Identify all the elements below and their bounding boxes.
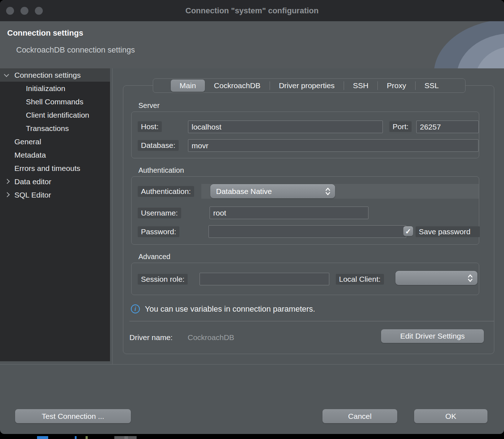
host-label: Host: xyxy=(138,121,162,132)
sidebar-item-initialization[interactable]: Initialization xyxy=(0,82,110,95)
database-input[interactable] xyxy=(188,139,478,152)
tab-proxy[interactable]: Proxy xyxy=(378,80,415,92)
password-label: Password: xyxy=(138,226,179,237)
sidebar-item-client-identification[interactable]: Client identification xyxy=(0,108,110,122)
authentication-label: Authentication: xyxy=(138,186,194,197)
host-input[interactable] xyxy=(188,121,383,133)
desktop-peek xyxy=(75,436,77,439)
sidebar-item-connection-settings[interactable]: Connection settings xyxy=(0,68,110,82)
username-input[interactable] xyxy=(210,207,368,219)
username-label: Username: xyxy=(138,208,181,218)
dialog-header: Connection settings CockroachDB connecti… xyxy=(0,21,504,68)
authentication-select-value: Database Native xyxy=(216,187,272,196)
authentication-section-label: Authentication xyxy=(138,166,184,175)
sidebar-item-label: SQL Editor xyxy=(14,191,51,199)
port-input[interactable] xyxy=(416,121,479,133)
authentication-select[interactable]: Database Native xyxy=(210,184,335,198)
advanced-section-label: Advanced xyxy=(138,253,170,261)
local-client-label: Local Client: xyxy=(336,274,384,285)
sidebar-item-label: Transactions xyxy=(26,124,69,132)
desktop-peek xyxy=(124,436,128,439)
window-title: Connection "system" configuration xyxy=(0,0,504,21)
driver-name-value: CockroachDB xyxy=(188,333,234,342)
sidebar-item-label: Metadata xyxy=(14,151,46,159)
tab-bar: MainCockroachDBDriver propertiesSSHProxy… xyxy=(153,78,466,93)
sidebar-divider xyxy=(112,68,113,364)
sidebar-item-label: Shell Commands xyxy=(26,98,83,106)
session-role-label: Session role: xyxy=(138,274,188,285)
dialog-window: Connection "system" configuration Connec… xyxy=(0,0,504,434)
page-subtitle: CockroachDB connection settings xyxy=(16,45,135,55)
sidebar-item-general[interactable]: General xyxy=(0,135,110,148)
sidebar-item-label: Client identification xyxy=(26,111,89,119)
desktop-peek xyxy=(86,436,88,439)
tab-main[interactable]: Main xyxy=(171,80,205,92)
port-label: Port: xyxy=(389,121,412,132)
info-icon: i xyxy=(131,304,140,313)
sidebar-item-label: General xyxy=(14,137,41,146)
database-label: Database: xyxy=(138,140,179,151)
ok-button[interactable]: OK xyxy=(414,409,487,423)
tab-driver-properties[interactable]: Driver properties xyxy=(270,80,344,92)
edit-driver-settings-button[interactable]: Edit Driver Settings xyxy=(381,329,484,343)
server-section-label: Server xyxy=(138,101,160,110)
driver-name-label: Driver name: xyxy=(129,333,173,342)
titlebar: Connection "system" configuration xyxy=(0,0,504,21)
chevron-right-icon[interactable] xyxy=(5,179,10,184)
sidebar-item-errors-and-timeouts[interactable]: Errors and timeouts xyxy=(0,162,110,175)
sidebar-item-data-editor[interactable]: Data editor xyxy=(0,175,110,188)
password-input[interactable] xyxy=(209,225,406,238)
session-role-input[interactable] xyxy=(200,273,329,285)
sidebar-item-label: Errors and timeouts xyxy=(14,164,80,172)
tab-ssl[interactable]: SSL xyxy=(416,80,448,92)
info-icon-letter: i xyxy=(134,306,136,312)
check-icon: ✓ xyxy=(405,227,411,236)
chevron-right-icon[interactable] xyxy=(5,192,10,197)
chevron-up-down-icon xyxy=(467,273,473,283)
save-password-label: Save password xyxy=(416,226,480,237)
local-client-select[interactable] xyxy=(395,271,477,285)
sidebar-item-shell-commands[interactable]: Shell Commands xyxy=(0,95,110,108)
chevron-down-icon[interactable] xyxy=(4,72,9,77)
page-title: Connection settings xyxy=(7,28,83,38)
sidebar-item-sql-editor[interactable]: SQL Editor xyxy=(0,188,110,202)
footer-divider xyxy=(0,364,504,365)
test-connection-button[interactable]: Test Connection ... xyxy=(15,409,131,423)
sidebar-item-label: Initialization xyxy=(26,84,65,92)
sidebar-item-metadata[interactable]: Metadata xyxy=(0,148,110,162)
chevron-up-down-icon xyxy=(325,187,331,196)
settings-tree: Connection settingsInitializationShell C… xyxy=(0,68,110,361)
sidebar-item-label: Data editor xyxy=(14,177,51,186)
desktop-peek xyxy=(37,436,48,439)
save-password-checkbox[interactable]: ✓ xyxy=(403,226,413,236)
sidebar-item-label: Connection settings xyxy=(14,71,81,79)
tab-ssh[interactable]: SSH xyxy=(344,80,377,92)
sidebar-item-transactions[interactable]: Transactions xyxy=(0,122,110,135)
panel-divider xyxy=(129,321,494,321)
info-message: You can use variables in connection para… xyxy=(145,304,315,314)
cancel-button[interactable]: Cancel xyxy=(322,409,397,423)
tab-cockroachdb[interactable]: CockroachDB xyxy=(205,80,270,92)
